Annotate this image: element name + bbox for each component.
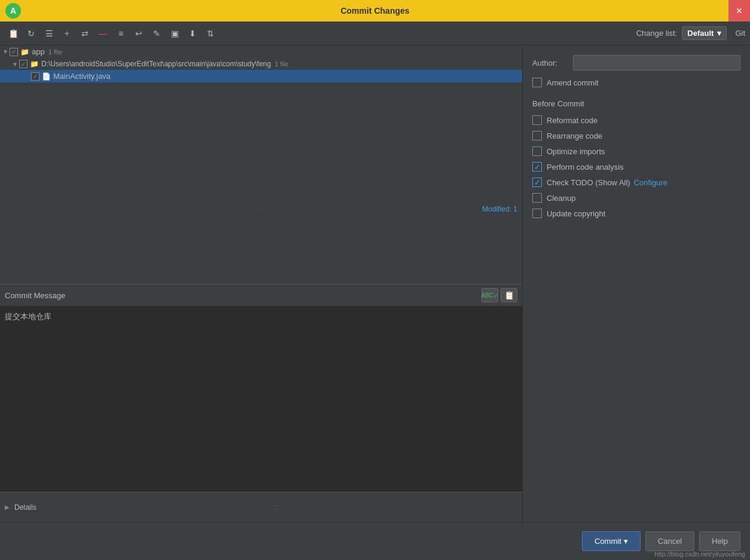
commit-message-header: Commit Message ABC✓ 📋 [0,284,522,307]
reformat-checkbox[interactable] [532,115,542,125]
toolbar-btn-undo[interactable]: ↩ [130,25,147,42]
reformat-label: Reformat code [547,116,597,125]
drag-handle-top: :::: [255,206,267,213]
tree-item-path[interactable]: ▼ ✓ 📁 D:\Users\androidStudio\SuperEditTe… [0,58,522,70]
todo-label: Check TODO (Show All) [547,178,630,187]
author-label: Author: [532,59,568,68]
details-label: Details [14,503,36,512]
rearrange-label: Rearrange code [547,131,602,140]
toolbar: 📋 ↻ ☰ ＋ ⇄ — ≡ ↩ ✎ ▣ ⬇ ⇅ Change list: Def… [0,22,750,45]
watermark: http://blog.csdn.net/yiluyoufeng [654,550,745,558]
changelist-label: Change list: [636,29,678,38]
option-rearrange: Rearrange code [532,131,740,140]
left-panel: ▼ ✓ 📁 app 1 file ▼ ✓ 📁 D:\Users\androidS… [0,45,523,522]
author-row: Author: [532,55,740,71]
option-copyright: Update copyright [532,209,740,218]
file-icon-mainactivity: 📄 [42,72,51,81]
option-reformat: Reformat code [532,115,740,125]
optimize-checkbox[interactable] [532,146,542,156]
option-cleanup: Cleanup [532,193,740,203]
commit-button[interactable]: Commit ▾ [582,531,641,551]
commit-message-actions: ABC✓ 📋 [481,288,517,302]
cancel-button[interactable]: Cancel [645,531,694,551]
before-commit-section: Before Commit Reformat code Rearrange co… [532,99,740,224]
template-button[interactable]: 📋 [501,288,517,302]
close-button[interactable]: ✕ [728,0,750,22]
toolbar-btn-edit[interactable]: ✎ [148,25,165,42]
main-content: ▼ ✓ 📁 app 1 file ▼ ✓ 📁 D:\Users\androidS… [0,45,750,522]
analysis-label: Perform code analysis [547,163,624,172]
git-label: Git [735,29,745,38]
analysis-checkbox[interactable]: ✓ [532,162,542,172]
details-section: ▶ Details ::::: [0,492,522,522]
before-commit-title: Before Commit [532,99,740,108]
toolbar-btn-group[interactable]: ≡ [112,25,129,42]
optimize-label: Optimize imports [547,147,605,156]
tree-count-path: 1 file [275,60,288,68]
tree-count-app: 1 file [48,48,62,56]
amend-checkbox[interactable] [532,78,542,87]
tree-item-mainactivity[interactable]: ✓ 📄 MainActivity.java [0,70,522,82]
tree-checkbox-app[interactable]: ✓ [10,48,18,56]
details-drag-handle: ::::: [36,504,517,510]
tree-arrow-app: ▼ [2,48,10,55]
bottom-bar: Commit ▾ Cancel Help [0,522,750,560]
help-button[interactable]: Help [699,531,740,551]
cleanup-label: Cleanup [547,194,575,203]
amend-label: Amend commit [547,78,599,87]
commit-message-input[interactable]: 提交本地仓库 [0,307,522,492]
amend-row: Amend commit [532,78,740,87]
author-input[interactable] [573,55,740,71]
tree-arrow-path: ▼ [12,61,19,68]
folder-icon-app: 📁 [20,48,29,56]
tree-checkbox-path[interactable]: ✓ [19,60,28,68]
window-title: Commit Changes [340,6,409,16]
title-bar: A Commit Changes ✕ [0,0,750,22]
tree-label-app: app [32,47,45,56]
changelist-dropdown[interactable]: Default ▾ [682,26,727,40]
commit-message-area: Commit Message ABC✓ 📋 提交本地仓库 [0,284,522,492]
configure-link[interactable]: Configure [634,178,667,187]
cleanup-checkbox[interactable] [532,193,542,203]
right-panel: Author: Amend commit Before Commit Refor… [523,45,750,522]
toolbar-btn-sort[interactable]: ⇅ [202,25,219,42]
toolbar-btn-down[interactable]: ⬇ [184,25,201,42]
copyright-checkbox[interactable] [532,209,542,218]
svg-text:A: A [10,6,16,16]
option-todo: ✓ Check TODO (Show All) Configure [532,178,740,187]
option-optimize: Optimize imports [532,146,740,156]
rearrange-checkbox[interactable] [532,131,542,140]
app-logo: A [5,2,22,19]
tree-label-path: D:\Users\androidStudio\SuperEditText\app… [41,60,271,68]
tree-checkbox-mainactivity[interactable]: ✓ [31,72,39,81]
details-arrow[interactable]: ▶ [5,504,12,510]
toolbar-btn-swap[interactable]: ⇄ [77,25,93,42]
spell-check-button[interactable]: ABC✓ [481,288,498,302]
toolbar-btn-minus[interactable]: — [94,25,111,42]
todo-checkbox[interactable]: ✓ [532,178,542,187]
toolbar-btn-plus[interactable]: ＋ [59,25,75,42]
window: A Commit Changes ✕ 📋 ↻ ☰ ＋ ⇄ — ≡ ↩ ✎ ▣ ⬇… [0,0,750,560]
copyright-label: Update copyright [547,209,605,218]
commit-message-label: Commit Message [5,291,481,300]
toolbar-btn-add[interactable]: 📋 [5,25,22,42]
folder-icon-path: 📁 [30,60,39,68]
option-analysis: ✓ Perform code analysis [532,162,740,172]
toolbar-btn-refresh[interactable]: ↻ [23,25,39,42]
tree-item-app[interactable]: ▼ ✓ 📁 app 1 file [0,45,522,58]
file-tree: ▼ ✓ 📁 app 1 file ▼ ✓ 📁 D:\Users\androidS… [0,45,522,284]
tree-footer: :::: Modified: 1 [0,202,522,216]
tree-label-mainactivity: MainActivity.java [53,72,111,81]
toolbar-btn-list[interactable]: ☰ [41,25,57,42]
toolbar-btn-square[interactable]: ▣ [166,25,183,42]
modified-count: Modified: 1 [482,205,517,213]
